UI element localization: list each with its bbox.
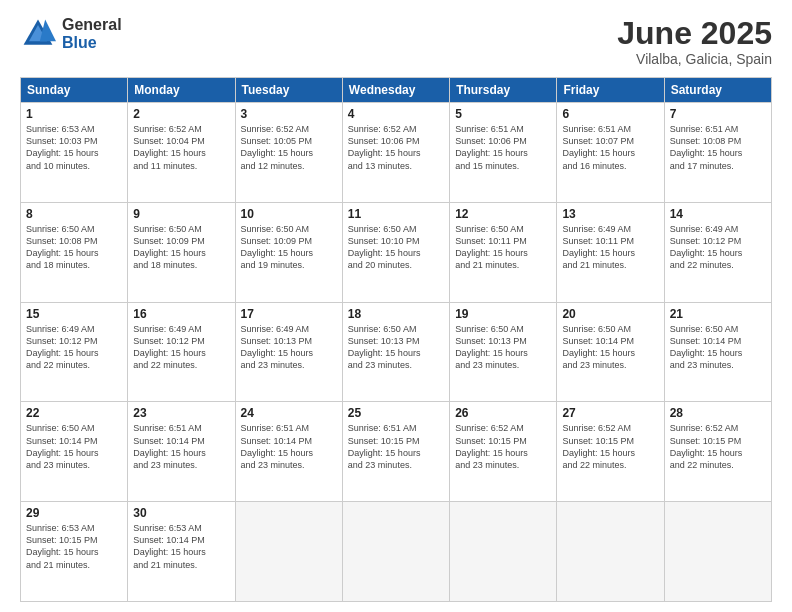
calendar-cell: 15 Sunrise: 6:49 AMSunset: 10:12 PMDayli… <box>21 302 128 402</box>
logo-icon <box>20 16 56 52</box>
day-info: Sunrise: 6:52 AMSunset: 10:15 PMDaylight… <box>562 423 635 469</box>
day-info: Sunrise: 6:52 AMSunset: 10:15 PMDaylight… <box>455 423 528 469</box>
day-number: 1 <box>26 107 122 121</box>
calendar-cell: 6 Sunrise: 6:51 AMSunset: 10:07 PMDaylig… <box>557 103 664 203</box>
calendar-cell <box>664 502 771 602</box>
day-info: Sunrise: 6:49 AMSunset: 10:11 PMDaylight… <box>562 224 635 270</box>
day-number: 28 <box>670 406 766 420</box>
calendar-cell <box>235 502 342 602</box>
day-number: 12 <box>455 207 551 221</box>
subtitle: Vilalba, Galicia, Spain <box>617 51 772 67</box>
week-row-1: 1 Sunrise: 6:53 AMSunset: 10:03 PMDaylig… <box>21 103 772 203</box>
day-info: Sunrise: 6:53 AMSunset: 10:15 PMDaylight… <box>26 523 99 569</box>
calendar-cell: 21 Sunrise: 6:50 AMSunset: 10:14 PMDayli… <box>664 302 771 402</box>
day-number: 27 <box>562 406 658 420</box>
day-number: 8 <box>26 207 122 221</box>
calendar-cell: 22 Sunrise: 6:50 AMSunset: 10:14 PMDayli… <box>21 402 128 502</box>
calendar-cell: 20 Sunrise: 6:50 AMSunset: 10:14 PMDayli… <box>557 302 664 402</box>
day-info: Sunrise: 6:52 AMSunset: 10:06 PMDaylight… <box>348 124 421 170</box>
main-title: June 2025 <box>617 16 772 51</box>
day-info: Sunrise: 6:52 AMSunset: 10:04 PMDaylight… <box>133 124 206 170</box>
col-friday: Friday <box>557 78 664 103</box>
calendar-cell <box>342 502 449 602</box>
day-info: Sunrise: 6:50 AMSunset: 10:14 PMDaylight… <box>670 324 743 370</box>
day-info: Sunrise: 6:51 AMSunset: 10:14 PMDaylight… <box>241 423 314 469</box>
week-row-4: 22 Sunrise: 6:50 AMSunset: 10:14 PMDayli… <box>21 402 772 502</box>
logo-general: General <box>62 16 122 34</box>
title-block: June 2025 Vilalba, Galicia, Spain <box>617 16 772 67</box>
day-number: 2 <box>133 107 229 121</box>
day-number: 30 <box>133 506 229 520</box>
day-info: Sunrise: 6:51 AMSunset: 10:15 PMDaylight… <box>348 423 421 469</box>
calendar-cell: 2 Sunrise: 6:52 AMSunset: 10:04 PMDaylig… <box>128 103 235 203</box>
calendar-cell <box>450 502 557 602</box>
calendar-header-row: Sunday Monday Tuesday Wednesday Thursday… <box>21 78 772 103</box>
calendar-cell: 16 Sunrise: 6:49 AMSunset: 10:12 PMDayli… <box>128 302 235 402</box>
day-info: Sunrise: 6:53 AMSunset: 10:14 PMDaylight… <box>133 523 206 569</box>
calendar-cell: 13 Sunrise: 6:49 AMSunset: 10:11 PMDayli… <box>557 202 664 302</box>
calendar-cell: 11 Sunrise: 6:50 AMSunset: 10:10 PMDayli… <box>342 202 449 302</box>
day-number: 20 <box>562 307 658 321</box>
col-monday: Monday <box>128 78 235 103</box>
col-tuesday: Tuesday <box>235 78 342 103</box>
day-number: 24 <box>241 406 337 420</box>
calendar-cell: 28 Sunrise: 6:52 AMSunset: 10:15 PMDayli… <box>664 402 771 502</box>
page: General Blue June 2025 Vilalba, Galicia,… <box>0 0 792 612</box>
calendar-cell: 10 Sunrise: 6:50 AMSunset: 10:09 PMDayli… <box>235 202 342 302</box>
calendar-cell: 25 Sunrise: 6:51 AMSunset: 10:15 PMDayli… <box>342 402 449 502</box>
day-number: 21 <box>670 307 766 321</box>
calendar-cell: 30 Sunrise: 6:53 AMSunset: 10:14 PMDayli… <box>128 502 235 602</box>
day-info: Sunrise: 6:50 AMSunset: 10:08 PMDaylight… <box>26 224 99 270</box>
col-thursday: Thursday <box>450 78 557 103</box>
calendar-cell: 12 Sunrise: 6:50 AMSunset: 10:11 PMDayli… <box>450 202 557 302</box>
calendar-cell: 18 Sunrise: 6:50 AMSunset: 10:13 PMDayli… <box>342 302 449 402</box>
day-info: Sunrise: 6:51 AMSunset: 10:07 PMDaylight… <box>562 124 635 170</box>
day-info: Sunrise: 6:50 AMSunset: 10:10 PMDaylight… <box>348 224 421 270</box>
calendar-cell: 7 Sunrise: 6:51 AMSunset: 10:08 PMDaylig… <box>664 103 771 203</box>
day-number: 14 <box>670 207 766 221</box>
day-number: 17 <box>241 307 337 321</box>
day-info: Sunrise: 6:51 AMSunset: 10:06 PMDaylight… <box>455 124 528 170</box>
week-row-3: 15 Sunrise: 6:49 AMSunset: 10:12 PMDayli… <box>21 302 772 402</box>
day-number: 19 <box>455 307 551 321</box>
week-row-2: 8 Sunrise: 6:50 AMSunset: 10:08 PMDaylig… <box>21 202 772 302</box>
calendar-cell <box>557 502 664 602</box>
calendar-cell: 27 Sunrise: 6:52 AMSunset: 10:15 PMDayli… <box>557 402 664 502</box>
day-number: 9 <box>133 207 229 221</box>
day-number: 4 <box>348 107 444 121</box>
calendar-cell: 24 Sunrise: 6:51 AMSunset: 10:14 PMDayli… <box>235 402 342 502</box>
day-number: 18 <box>348 307 444 321</box>
week-row-5: 29 Sunrise: 6:53 AMSunset: 10:15 PMDayli… <box>21 502 772 602</box>
day-number: 22 <box>26 406 122 420</box>
logo-blue: Blue <box>62 34 122 52</box>
calendar-cell: 5 Sunrise: 6:51 AMSunset: 10:06 PMDaylig… <box>450 103 557 203</box>
day-info: Sunrise: 6:53 AMSunset: 10:03 PMDaylight… <box>26 124 99 170</box>
calendar-table: Sunday Monday Tuesday Wednesday Thursday… <box>20 77 772 602</box>
calendar-cell: 17 Sunrise: 6:49 AMSunset: 10:13 PMDayli… <box>235 302 342 402</box>
calendar-cell: 9 Sunrise: 6:50 AMSunset: 10:09 PMDaylig… <box>128 202 235 302</box>
calendar-cell: 8 Sunrise: 6:50 AMSunset: 10:08 PMDaylig… <box>21 202 128 302</box>
col-sunday: Sunday <box>21 78 128 103</box>
day-info: Sunrise: 6:50 AMSunset: 10:13 PMDaylight… <box>455 324 528 370</box>
day-info: Sunrise: 6:50 AMSunset: 10:09 PMDaylight… <box>133 224 206 270</box>
calendar-cell: 1 Sunrise: 6:53 AMSunset: 10:03 PMDaylig… <box>21 103 128 203</box>
day-info: Sunrise: 6:51 AMSunset: 10:08 PMDaylight… <box>670 124 743 170</box>
logo-text: General Blue <box>62 16 122 51</box>
calendar-cell: 4 Sunrise: 6:52 AMSunset: 10:06 PMDaylig… <box>342 103 449 203</box>
day-info: Sunrise: 6:50 AMSunset: 10:13 PMDaylight… <box>348 324 421 370</box>
day-number: 5 <box>455 107 551 121</box>
day-number: 6 <box>562 107 658 121</box>
calendar-cell: 14 Sunrise: 6:49 AMSunset: 10:12 PMDayli… <box>664 202 771 302</box>
day-info: Sunrise: 6:50 AMSunset: 10:11 PMDaylight… <box>455 224 528 270</box>
day-info: Sunrise: 6:51 AMSunset: 10:14 PMDaylight… <box>133 423 206 469</box>
day-info: Sunrise: 6:49 AMSunset: 10:12 PMDaylight… <box>670 224 743 270</box>
calendar-cell: 23 Sunrise: 6:51 AMSunset: 10:14 PMDayli… <box>128 402 235 502</box>
col-saturday: Saturday <box>664 78 771 103</box>
day-number: 10 <box>241 207 337 221</box>
col-wednesday: Wednesday <box>342 78 449 103</box>
calendar-cell: 29 Sunrise: 6:53 AMSunset: 10:15 PMDayli… <box>21 502 128 602</box>
day-number: 15 <box>26 307 122 321</box>
day-info: Sunrise: 6:50 AMSunset: 10:14 PMDaylight… <box>562 324 635 370</box>
day-info: Sunrise: 6:49 AMSunset: 10:12 PMDaylight… <box>133 324 206 370</box>
day-info: Sunrise: 6:49 AMSunset: 10:13 PMDaylight… <box>241 324 314 370</box>
